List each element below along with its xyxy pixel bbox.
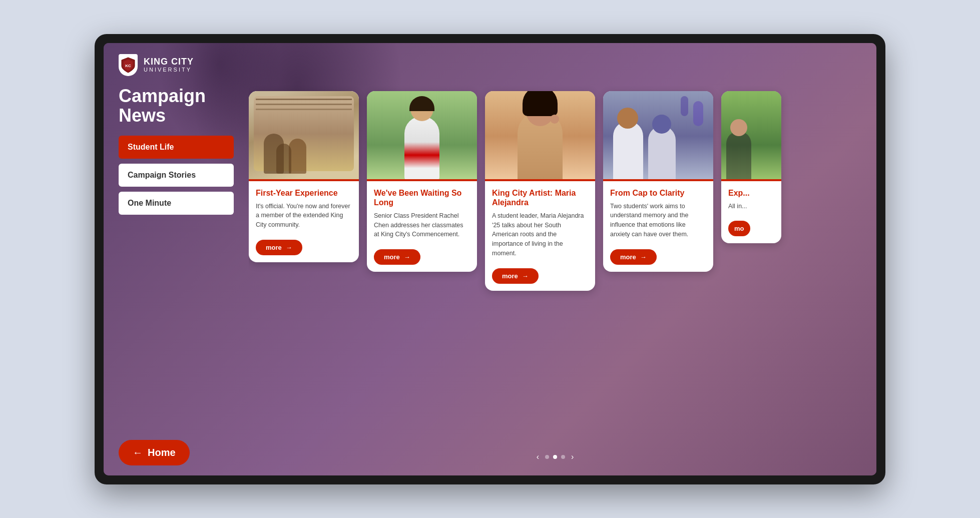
card-1-title: First-Year Experience [256, 188, 352, 198]
cards-container: First-Year Experience It's official. You… [249, 86, 861, 448]
card-1-more-button[interactable]: more → [256, 240, 302, 255]
card-5-footer: mo [721, 216, 781, 243]
card-2-more-label: more [384, 253, 400, 261]
card-1-more-label: more [266, 244, 282, 251]
dot-1[interactable] [545, 455, 549, 459]
card-2-footer: more → [367, 244, 477, 272]
nav-campaign-stories[interactable]: Campaign Stories [119, 164, 234, 187]
main-body: Campaign News Student Life Campaign Stor… [104, 81, 876, 475]
card-4-more-button[interactable]: more → [610, 249, 657, 265]
dot-3[interactable] [561, 455, 565, 459]
card-3-more-button[interactable]: more → [492, 268, 539, 284]
card-3-image-inner [485, 91, 595, 181]
home-button[interactable]: ← Home [119, 440, 190, 465]
card-2-body: We've Been Waiting So Long Senior Class … [367, 181, 477, 245]
card-5-more-button[interactable]: mo [728, 221, 750, 236]
card-2-image-inner [367, 91, 477, 181]
card-4-desc: Two students' work aims to understand me… [610, 202, 706, 239]
card-5-more-label: mo [734, 225, 744, 232]
card-1-image-inner [249, 91, 359, 181]
card-1-body: First-Year Experience It's official. You… [249, 181, 359, 235]
nav-buttons: Student Life Campaign Stories One Minute [119, 136, 234, 215]
card-4: From Cap to Clarity Two students' work a… [603, 91, 713, 272]
page-title: Campaign News [119, 86, 234, 126]
main-content: KC King City University Campaign News St… [104, 43, 876, 475]
card-5-partial: Exp... All in... mo [721, 91, 781, 244]
card-3: King City Artist: Maria Alejandra A stud… [485, 91, 595, 291]
card-2-image [367, 91, 477, 181]
prev-arrow[interactable]: ‹ [535, 452, 541, 461]
shield-icon: KC [121, 57, 135, 73]
card-1-desc: It's official. You're now and forever a … [256, 202, 352, 230]
card-5-body: Exp... All in... [721, 181, 781, 216]
card-2-desc: Senior Class President Rachel Chen addre… [374, 211, 470, 239]
card-5-image-inner [721, 91, 781, 181]
card-1-image [249, 91, 359, 181]
university-name-1: King City [144, 57, 194, 67]
card-3-title: King City Artist: Maria Alejandra [492, 188, 588, 207]
card-5-image [721, 91, 781, 181]
card-4-body: From Cap to Clarity Two students' work a… [603, 181, 713, 244]
nav-student-life[interactable]: Student Life [119, 136, 234, 159]
card-4-title: From Cap to Clarity [610, 188, 706, 198]
device-frame: KC King City University Campaign News St… [95, 34, 885, 484]
nav-one-minute[interactable]: One Minute [119, 192, 234, 215]
arrow-right-icon-4: → [640, 253, 647, 261]
card-2-title: We've Been Waiting So Long [374, 188, 470, 207]
card-2: We've Been Waiting So Long Senior Class … [367, 91, 477, 272]
card-3-image [485, 91, 595, 181]
next-arrow[interactable]: › [569, 452, 576, 461]
logo-shield: KC [119, 54, 138, 76]
arrow-right-icon-2: → [404, 253, 410, 261]
card-5-desc: All in... [728, 202, 774, 211]
card-2-more-button[interactable]: more → [374, 249, 420, 265]
card-3-desc: A student leader, Maria Alejandra '25 ta… [492, 211, 588, 258]
card-3-more-label: more [502, 272, 518, 280]
dot-2[interactable] [553, 455, 557, 459]
card-4-footer: more → [603, 244, 713, 272]
arrow-right-icon-3: → [522, 272, 529, 280]
header: KC King City University [104, 43, 876, 81]
university-name-2: University [144, 67, 194, 73]
svg-text:KC: KC [125, 64, 131, 68]
screen: KC King City University Campaign News St… [104, 43, 876, 475]
card-3-body: King City Artist: Maria Alejandra A stud… [485, 181, 595, 263]
card-1-footer: more → [249, 235, 359, 262]
home-button-label: Home [148, 447, 176, 458]
arrow-left-icon: ← [133, 447, 143, 458]
card-4-image-inner [603, 91, 713, 181]
left-panel: Campaign News Student Life Campaign Stor… [119, 86, 234, 465]
arrow-right-icon-1: → [286, 244, 292, 251]
pagination: ‹ › [249, 448, 861, 465]
card-4-image [603, 91, 713, 181]
logo-text: King City University [144, 57, 194, 73]
card-4-more-label: more [620, 253, 636, 261]
card-3-footer: more → [485, 263, 595, 291]
card-5-title: Exp... [728, 188, 774, 198]
card-1: First-Year Experience It's official. You… [249, 91, 359, 262]
